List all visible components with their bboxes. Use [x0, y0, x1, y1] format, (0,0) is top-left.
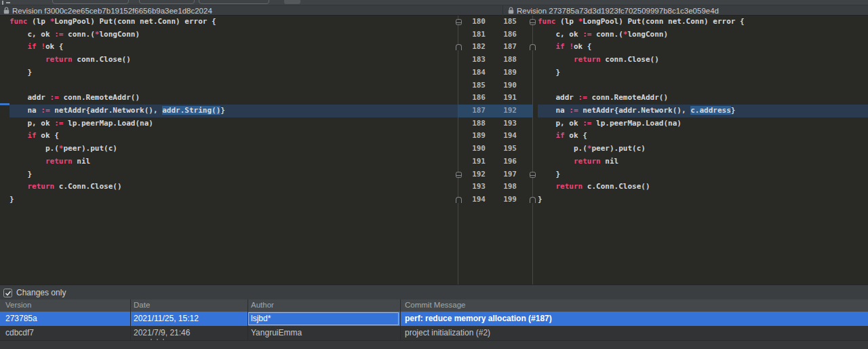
code-token: return	[574, 55, 601, 64]
code-token: na	[9, 106, 41, 115]
code-token: c.Conn.Close()	[583, 182, 650, 191]
code-line[interactable]: }	[538, 67, 868, 79]
fold-marker-icon[interactable]	[530, 197, 536, 203]
code-line[interactable]: return nil	[9, 155, 458, 168]
code-line[interactable]	[9, 79, 458, 92]
code-token: !	[569, 42, 574, 51]
code-token	[538, 55, 574, 64]
code-line[interactable]: if ok {	[9, 130, 458, 143]
code-line[interactable]: }	[9, 67, 458, 79]
left-line-number: 186	[458, 92, 486, 105]
left-editor[interactable]: func (lp *LongPool) Put(conn net.Conn) e…	[9, 16, 458, 206]
author-cell[interactable]: YangruiEmma	[251, 328, 302, 337]
toolbar-field-1[interactable]	[52, 0, 129, 4]
right-line-number: 192	[486, 105, 517, 117]
code-line[interactable]: return c.Conn.Close()	[9, 181, 458, 194]
code-token: :=	[54, 30, 63, 39]
code-line[interactable]: na := netAddr{addr.Network(), addr.Strin…	[9, 105, 458, 117]
code-line[interactable]: c, ok := conn.(*longConn)	[538, 29, 868, 41]
code-token: nil	[73, 157, 91, 166]
code-line[interactable]: func (lp *LongPool) Put(conn net.Conn) e…	[538, 16, 868, 29]
gutter-row: 187192	[458, 105, 533, 117]
code-token: lp.peerMap.Load(na)	[591, 119, 681, 128]
gutter-divider-right	[532, 16, 533, 284]
fold-marker-icon[interactable]	[456, 19, 462, 25]
right-line-number: 193	[486, 117, 517, 130]
code-token	[538, 157, 574, 166]
right-line-number: 188	[486, 54, 517, 67]
message-cell[interactable]: project initialization (#2)	[405, 328, 490, 337]
code-line[interactable]: addr := conn.RemoteAddr()	[538, 92, 868, 105]
column-header-version[interactable]: Version	[5, 301, 31, 309]
code-line[interactable]: if ok {	[538, 130, 868, 143]
date-cell[interactable]: 2021/11/25, 15:12	[134, 314, 199, 323]
toolbar-field-2[interactable]	[139, 0, 195, 4]
code-line[interactable]: if !ok {	[9, 41, 458, 54]
code-line[interactable]: }	[9, 168, 458, 181]
right-editor[interactable]: func (lp *LongPool) Put(conn net.Conn) e…	[533, 16, 868, 206]
code-line[interactable]: na := netAddr{addr.Network(), c.address}	[538, 105, 868, 117]
left-line-number: 181	[458, 29, 486, 41]
gutter-row: 184189	[458, 67, 533, 79]
code-token: func	[9, 17, 28, 26]
code-line[interactable]: p.(*peer).put(c)	[9, 143, 458, 155]
filter-icon[interactable]	[0, 1, 11, 5]
fold-marker-icon[interactable]	[530, 19, 536, 25]
version-cell[interactable]: 273785a	[5, 314, 37, 323]
right-revision-header: Revision 273785a73d3d1923fc702509997b8c1…	[502, 5, 719, 16]
toolbar-field-3[interactable]	[199, 0, 269, 4]
left-line-number: 190	[458, 143, 486, 155]
code-line[interactable]: return conn.Close()	[9, 54, 458, 67]
code-line[interactable]: p.(*peer).put(c)	[538, 143, 868, 155]
date-cell[interactable]: 2021/7/9, 21:46	[134, 328, 190, 337]
fold-marker-icon[interactable]	[456, 197, 462, 203]
code-token: netAddr{addr.Network(),	[50, 106, 163, 115]
message-cell[interactable]: perf: reduce memory allocation (#187)	[405, 314, 552, 323]
splitter-dots-icon	[151, 339, 164, 340]
code-line[interactable]: if !ok {	[538, 41, 868, 54]
code-token: }	[538, 170, 560, 179]
fold-marker-icon[interactable]	[530, 172, 536, 178]
fold-marker-icon[interactable]	[456, 44, 462, 50]
code-token: }	[538, 195, 542, 204]
left-line-number: 182	[458, 41, 486, 54]
code-line[interactable]: return conn.Close()	[538, 54, 868, 67]
code-token: :=	[569, 106, 578, 115]
code-token: :=	[41, 106, 50, 115]
code-token: nil	[601, 157, 619, 166]
code-line[interactable]: return c.Conn.Close()	[538, 181, 868, 194]
code-line[interactable]: p, ok := lp.peerMap.Load(na)	[9, 117, 458, 130]
code-token: p.(	[538, 144, 587, 153]
fold-marker-icon[interactable]	[456, 172, 462, 178]
code-line[interactable]: }	[538, 194, 868, 206]
code-token: ok {	[37, 131, 59, 140]
right-line-number: 197	[486, 168, 517, 181]
author-cell[interactable]: lsjbd*	[251, 314, 271, 323]
fold-marker-icon[interactable]	[530, 44, 536, 50]
column-header-author[interactable]: Author	[251, 301, 274, 309]
code-line[interactable]: addr := conn.RemoteAddr()	[9, 92, 458, 105]
code-line[interactable]: c, ok := conn.(*longConn)	[9, 29, 458, 41]
code-token: ok {	[45, 42, 64, 51]
code-line[interactable]	[538, 79, 868, 92]
code-line[interactable]: }	[9, 194, 458, 206]
code-line[interactable]: func (lp *LongPool) Put(conn net.Conn) e…	[9, 16, 458, 29]
code-token: ok {	[565, 131, 587, 140]
gutter-row: 193198	[458, 181, 533, 194]
code-token: (lp	[28, 17, 50, 26]
code-token: netAddr{addr.Network(),	[578, 106, 691, 115]
code-line[interactable]: }	[538, 168, 868, 181]
version-cell[interactable]: cdbcdf7	[5, 328, 34, 337]
code-line[interactable]: p, ok := lp.peerMap.Load(na)	[538, 117, 868, 130]
code-token	[538, 131, 556, 140]
gutter-row: 182187	[458, 41, 533, 54]
code-token: :=	[583, 119, 591, 128]
column-header-message[interactable]: Commit Message	[405, 301, 465, 309]
toolbar-button[interactable]	[284, 0, 300, 4]
file-history-panel: Changes only Version Date Author Commit …	[0, 284, 868, 349]
left-revision-header: Revision f3000c2ee65ceb7b19152f6656b9a3e…	[3, 5, 212, 16]
changes-only-checkbox[interactable]	[3, 289, 12, 297]
column-header-date[interactable]: Date	[134, 301, 150, 309]
code-line[interactable]: return nil	[538, 155, 868, 168]
gutter-row: 188193	[458, 117, 533, 130]
